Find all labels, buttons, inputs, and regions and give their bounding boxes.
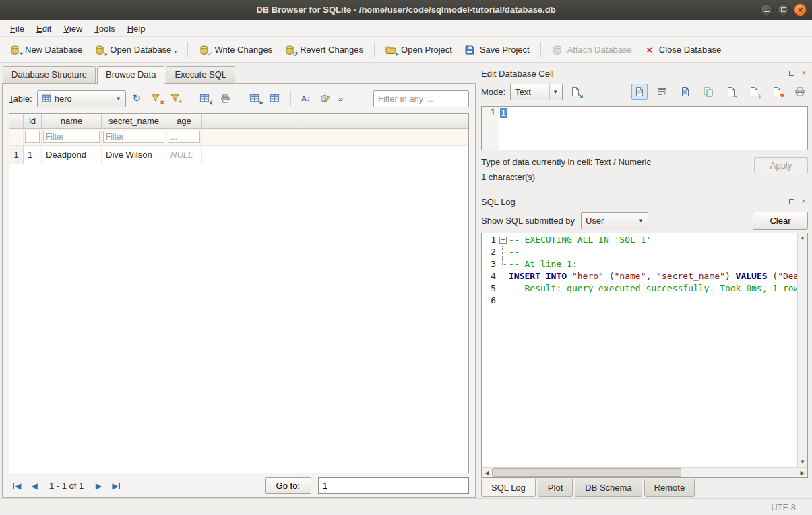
horizontal-scroll-thumb[interactable] <box>492 468 681 477</box>
first-page-button[interactable]: ◀ <box>9 479 25 493</box>
filter-input-id[interactable] <box>25 131 40 143</box>
filter-input-secret-name[interactable] <box>103 131 164 143</box>
mode-select[interactable]: Text ▼ <box>510 84 563 100</box>
print-cell-button[interactable] <box>792 84 808 100</box>
goto-input[interactable] <box>318 477 469 494</box>
toolbar-separator <box>241 91 241 106</box>
text-view-button[interactable] <box>631 84 648 100</box>
edit-cell-dock: Edit Database Cell × Mode: Text ▼ ↘ <box>481 67 808 187</box>
tab-execute-sql[interactable]: Execute SQL <box>166 66 235 83</box>
write-changes-button[interactable]: ✓ Write Changes <box>193 41 278 59</box>
next-page-button[interactable]: ▶ <box>90 479 106 493</box>
last-page-button[interactable]: ▶ <box>108 479 124 493</box>
tab-plot[interactable]: Plot <box>538 479 573 497</box>
app-window: DB Browser for SQLite - /home/user/code/… <box>0 0 812 515</box>
grid-filter-row <box>9 129 468 146</box>
word-wrap-button[interactable] <box>654 84 670 100</box>
export-cell-button[interactable]: → <box>723 84 739 100</box>
scroll-down-icon[interactable]: ▼ <box>798 458 807 467</box>
jump-to-row-button[interactable]: A↕ <box>297 90 315 107</box>
clear-filters-icon: × <box>150 93 162 104</box>
open-database-menu-caret[interactable]: ▾ <box>174 49 177 55</box>
import-cell-button[interactable]: ↘ <box>567 84 584 100</box>
cell-editor[interactable]: 1 1 <box>481 106 808 150</box>
cell-secret-name[interactable]: Dive Wilson <box>102 146 166 164</box>
new-database-button[interactable]: + New Database <box>4 41 88 59</box>
filter-input-name[interactable] <box>43 131 100 143</box>
edit-cell-float-button[interactable] <box>787 69 796 78</box>
cell-age[interactable]: NULL <box>166 146 202 164</box>
column-header-secret-name[interactable]: secret_name <box>102 114 166 129</box>
filter-any-input[interactable] <box>373 90 469 107</box>
fold-guide <box>498 258 509 270</box>
submitted-by-select[interactable]: User ▼ <box>581 212 648 229</box>
column-header-age[interactable]: age <box>166 114 202 129</box>
table-row[interactable]: 1 1 Deadpond Dive Wilson NULL <box>9 146 468 164</box>
fold-guide <box>498 295 509 307</box>
save-cell-button[interactable]: ↓ <box>746 84 762 100</box>
column-header-id[interactable]: id <box>24 114 42 129</box>
apply-button[interactable]: Apply <box>754 157 808 173</box>
import-records-button[interactable] <box>267 90 284 107</box>
menu-file[interactable]: File <box>4 22 30 36</box>
open-database-button[interactable]: ▸ Open Database ▾ <box>89 41 182 59</box>
dock-splitter[interactable]: · · · <box>481 187 808 195</box>
horizontal-scrollbar[interactable]: ◀ ▶ <box>482 467 807 477</box>
toolbar-overflow-chevron[interactable]: » <box>336 94 345 104</box>
vertical-scroll-track[interactable] <box>798 243 807 458</box>
maximize-button[interactable] <box>777 3 790 16</box>
save-project-button[interactable]: Save Project <box>459 41 535 59</box>
cell-name[interactable]: Deadpond <box>42 146 102 164</box>
tab-browse-data[interactable]: Browse Data <box>97 66 164 84</box>
clear-log-button[interactable]: Clear <box>753 212 808 230</box>
fold-toggle-icon[interactable] <box>498 234 509 246</box>
menu-view[interactable]: View <box>57 22 88 36</box>
open-project-button[interactable]: ▸ Open Project <box>380 41 458 59</box>
bottom-tabbar: SQL Log Plot DB Schema Remote <box>481 478 808 498</box>
horizontal-scroll-track[interactable] <box>492 468 797 477</box>
tab-remote[interactable]: Remote <box>644 479 695 497</box>
scroll-right-icon[interactable]: ▶ <box>797 468 807 477</box>
filter-cell-corner <box>9 129 24 145</box>
close-database-button[interactable]: × Close Database <box>639 41 727 58</box>
prev-page-button[interactable]: ◀ <box>26 479 42 493</box>
copy-cell-button[interactable] <box>700 84 716 100</box>
close-icon: × <box>802 70 806 77</box>
data-grid: id name secret_name age <box>9 113 469 473</box>
edit-pseudo-button[interactable] <box>317 90 334 107</box>
tab-database-structure[interactable]: Database Structure <box>3 66 96 83</box>
filter-input-age[interactable] <box>168 131 200 143</box>
table-select[interactable]: hero ▼ <box>37 90 126 107</box>
menu-tools[interactable]: Tools <box>88 22 121 36</box>
tab-db-schema[interactable]: DB Schema <box>575 479 642 497</box>
print-records-button[interactable] <box>217 90 235 107</box>
clear-filters-button[interactable]: × <box>148 90 165 107</box>
refresh-button[interactable]: ↻ <box>128 90 146 107</box>
sql-log-close-button[interactable]: × <box>799 198 808 206</box>
export-records-button[interactable]: ▸▾ <box>247 90 265 107</box>
close-button[interactable]: × <box>794 3 807 16</box>
goto-button[interactable]: Go to: <box>265 477 311 494</box>
open-in-editor-button[interactable] <box>677 84 693 100</box>
cell-id[interactable]: 1 <box>24 146 42 164</box>
menu-help[interactable]: Help <box>121 22 152 36</box>
vertical-scrollbar[interactable]: ▲ ▼ <box>797 233 807 467</box>
set-null-button[interactable]: ● <box>769 84 785 100</box>
revert-changes-button[interactable]: ↺ Revert Changes <box>279 41 369 59</box>
encoding-indicator: UTF-8 <box>771 502 796 512</box>
left-pane: Database Structure Browse Data Execute S… <box>0 63 476 498</box>
main-toolbar: + New Database ▸ Open Database ▾ ✓ Write… <box>0 37 812 63</box>
new-record-button[interactable]: +▾ <box>197 90 215 107</box>
column-header-name[interactable]: name <box>42 114 102 129</box>
save-filter-button[interactable]: ＊ <box>167 90 185 107</box>
cell-editor-content[interactable]: 1 <box>499 107 807 150</box>
sql-log-float-button[interactable] <box>787 198 796 206</box>
tab-sql-log[interactable]: SQL Log <box>481 479 536 497</box>
edit-cell-close-button[interactable]: × <box>799 69 808 78</box>
minimize-button[interactable] <box>760 3 773 16</box>
sql-log-dock: SQL Log × Show SQL submitted by User ▼ C… <box>481 195 808 498</box>
scroll-up-icon[interactable]: ▲ <box>798 233 807 243</box>
scroll-left-icon[interactable]: ◀ <box>482 468 492 477</box>
menu-edit[interactable]: Edit <box>30 22 57 36</box>
mode-label: Mode: <box>481 87 505 97</box>
